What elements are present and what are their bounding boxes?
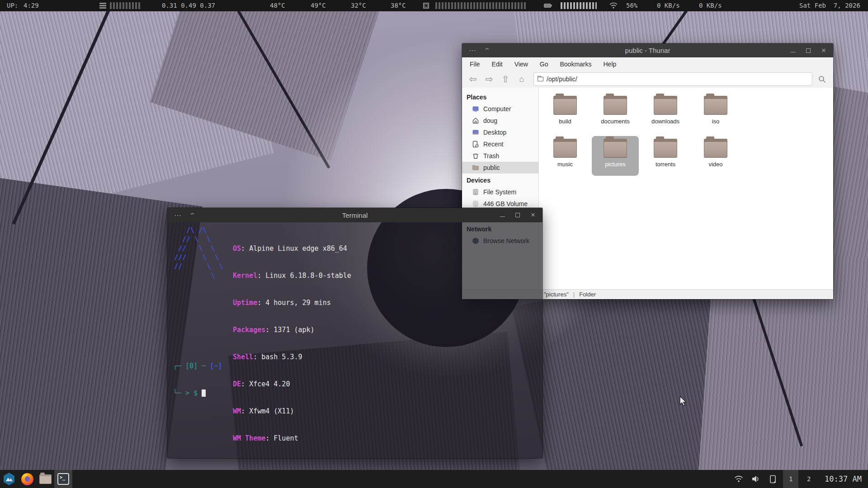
alpine-logo-icon — [2, 472, 16, 486]
maximize-button[interactable] — [514, 211, 522, 219]
sidebar-item-label: Recent — [483, 141, 503, 148]
path-field[interactable]: /opt/public/ — [533, 72, 812, 86]
memory-icon — [99, 3, 106, 9]
shell-prompt: ┌─ [0] ─ [~] └─ > $ — [173, 343, 222, 416]
folder-label: pictures — [605, 161, 626, 168]
folder-icon — [654, 139, 677, 158]
firefox-icon — [21, 473, 33, 485]
folder-torrents[interactable]: torrents — [642, 136, 689, 176]
devices-header: Devices — [462, 174, 538, 186]
terminal-content[interactable]: /\ /\ // \ \ // \ \ /// \ \ // \ \ \ OS:… — [167, 222, 542, 458]
battery-graph-icon — [561, 2, 597, 9]
up-icon[interactable]: ⇧ — [498, 72, 513, 86]
window-menu-icon[interactable]: ⋯ — [469, 46, 476, 55]
thunar-file-grid: build documents downloads iso music pict… — [539, 88, 833, 289]
terminal-launcher-active[interactable]: >_ — [54, 470, 72, 488]
notes-tray-button[interactable] — [766, 470, 780, 488]
sidebar-item-recent[interactable]: Recent — [462, 138, 538, 150]
thunar-toolbar: ⇦ ⇨ ⇧ ⌂ /opt/public/ — [462, 70, 833, 88]
window-menu-icon[interactable]: ⋯ — [174, 211, 182, 220]
thunar-header: File Edit View Go Bookmarks Help ⇦ ⇨ ⇧ ⌂… — [462, 57, 833, 89]
search-button[interactable] — [814, 72, 830, 86]
sidebar-item-home[interactable]: doug — [462, 115, 538, 127]
neofetch-line: Packages: 1371 (apk) — [233, 325, 376, 334]
neofetch-line: WM Theme: Fluent — [233, 434, 376, 443]
prompt-line-2: └─ > $ — [173, 389, 222, 398]
file-manager-icon — [39, 474, 52, 484]
battery-icon — [544, 4, 551, 8]
file-manager-launcher[interactable] — [36, 470, 54, 488]
thunar-menubar: File Edit View Go Bookmarks Help — [462, 57, 833, 70]
load-average: 0.31 0.49 0.37 — [162, 2, 215, 9]
back-icon[interactable]: ⇦ — [466, 72, 480, 86]
menu-help[interactable]: Help — [599, 59, 621, 69]
app-menu-button[interactable] — [0, 470, 18, 488]
folder-label: video — [708, 161, 722, 168]
sidebar-item-computer[interactable]: Computer — [462, 103, 538, 115]
uptime-label: UP: — [7, 2, 18, 9]
menu-view[interactable]: View — [510, 59, 532, 69]
folder-video[interactable]: video — [692, 136, 739, 176]
workspace-2[interactable]: 2 — [801, 470, 816, 488]
neofetch-info: OS: Alpine Linux edge x86_64 Kernel: Lin… — [233, 226, 376, 458]
folder-icon — [654, 96, 677, 115]
folder-label: iso — [712, 118, 720, 125]
minimize-button[interactable] — [498, 211, 506, 219]
folder-iso[interactable]: iso — [692, 93, 739, 133]
cpu-icon — [423, 3, 429, 9]
computer-icon — [472, 105, 479, 113]
places-header: Places — [462, 90, 538, 103]
folder-label: torrents — [656, 161, 675, 168]
drive-icon — [472, 188, 479, 196]
cpu-graph-icon — [435, 2, 526, 9]
uptime-value: 4:29 — [24, 2, 39, 9]
maximize-button[interactable] — [804, 47, 812, 55]
folder-label: downloads — [651, 118, 679, 125]
clock[interactable]: 10:37 AM — [819, 474, 862, 483]
minimize-button[interactable] — [789, 47, 797, 55]
temp-1: 48°C — [270, 2, 285, 9]
forward-icon[interactable]: ⇨ — [482, 72, 496, 86]
path-folder-icon — [538, 77, 543, 81]
menu-file[interactable]: File — [466, 59, 484, 69]
menu-go[interactable]: Go — [536, 59, 552, 69]
wifi-icon — [734, 475, 743, 483]
search-icon — [818, 75, 826, 83]
sidebar-item-trash[interactable]: Trash — [462, 150, 538, 162]
neofetch-line: Uptime: 4 hours, 29 mins — [233, 298, 376, 307]
menu-edit[interactable]: Edit — [488, 59, 507, 69]
prompt-line-1: ┌─ [0] ─ [~] — [173, 361, 222, 371]
date: Sat Feb 7, 2026 — [799, 2, 860, 9]
folder-downloads[interactable]: downloads — [642, 93, 689, 133]
thunar-titlebar[interactable]: ⋯ ⌃ public - Thunar × — [462, 43, 833, 57]
folder-build[interactable]: build — [542, 93, 589, 133]
bottom-taskbar: >_ 1 2 10:37 AM — [0, 470, 868, 488]
wifi-tray-button[interactable] — [731, 470, 746, 488]
wifi-icon — [609, 2, 618, 9]
thunar-window-title: public - Thunar — [462, 47, 833, 54]
battery-percent: 56% — [626, 2, 637, 9]
folder-icon — [472, 164, 479, 171]
home-outline-icon — [472, 117, 479, 124]
sidebar-item-public[interactable]: public — [462, 162, 538, 174]
sidebar-item-label: doug — [483, 117, 497, 124]
terminal-icon: >_ — [57, 473, 69, 485]
sidebar-item-desktop[interactable]: Desktop — [462, 127, 538, 138]
terminal-titlebar[interactable]: ⋯ ⌃ Terminal × — [167, 208, 542, 222]
close-button[interactable]: × — [820, 47, 828, 55]
folder-documents[interactable]: documents — [592, 93, 639, 133]
home-icon[interactable]: ⌂ — [514, 72, 529, 86]
workspace-1[interactable]: 1 — [783, 470, 798, 488]
sidebar-item-filesystem[interactable]: File System — [462, 186, 538, 198]
close-button[interactable]: × — [529, 211, 537, 219]
folder-music[interactable]: music — [542, 136, 589, 176]
menu-bookmarks[interactable]: Bookmarks — [556, 59, 595, 69]
folder-pictures-selected[interactable]: pictures — [592, 136, 639, 176]
folder-label: documents — [601, 118, 630, 125]
volume-tray-button[interactable] — [749, 470, 763, 488]
sidebar-item-label: 446 GB Volume — [483, 200, 528, 207]
net-download: 0 KB/s — [657, 2, 680, 9]
shade-icon[interactable]: ⌃ — [483, 47, 491, 54]
shade-icon[interactable]: ⌃ — [189, 212, 196, 219]
firefox-launcher[interactable] — [18, 470, 36, 488]
